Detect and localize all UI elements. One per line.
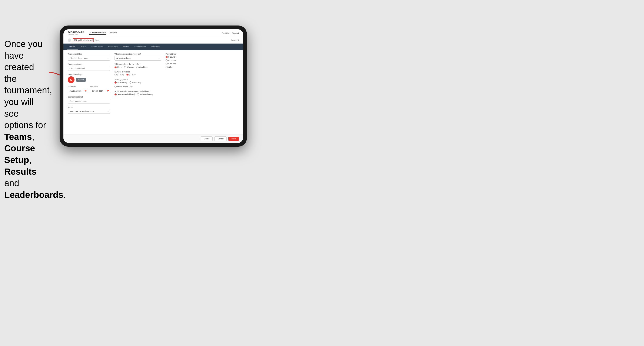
tab-results[interactable]: Results: [120, 44, 132, 50]
start-date-input[interactable]: [68, 89, 88, 93]
format-other-radio[interactable]: [166, 66, 168, 68]
start-date-wrap: [68, 89, 88, 93]
delete-button[interactable]: Delete: [201, 137, 212, 141]
scoring-radio-group: Stroke Play Match Play Medal Match Play: [114, 81, 161, 88]
individuals-only-radio[interactable]: [137, 93, 139, 95]
host-label: Tournament Host: [68, 53, 110, 55]
back-icon[interactable]: C: [68, 38, 71, 42]
division-select[interactable]: NCAA Division III: [114, 56, 161, 61]
gender-group: Which gender is the event for? Mens Wome…: [114, 63, 161, 68]
tab-tee-groups[interactable]: Tee Groups: [105, 44, 120, 50]
gender-womens-radio[interactable]: [124, 66, 126, 68]
tab-details[interactable]: Details: [67, 44, 78, 50]
format-other[interactable]: Other: [166, 66, 193, 68]
scoring-medal[interactable]: Medal Match Play: [114, 86, 132, 88]
tablet-frame: SCOREBOARD Powered by clippd TOURNAMENTS…: [60, 25, 247, 147]
teams-plus-radio[interactable]: [114, 93, 117, 95]
user-area: Test User | Sign out: [222, 32, 239, 34]
rounds-2[interactable]: 2: [120, 74, 124, 76]
format-5count4[interactable]: 5 count 4: [166, 56, 193, 58]
user-label[interactable]: Test User | Sign out: [222, 32, 239, 34]
scoring-stroke[interactable]: Stroke Play: [114, 81, 127, 84]
end-date-group: End date: [90, 86, 110, 93]
venue-select[interactable]: Peachtree GC - Atlanta - GA: [68, 109, 110, 114]
tab-printables[interactable]: Printables: [149, 44, 162, 50]
teams-plus-individuals[interactable]: Teams (+Individuals): [114, 93, 135, 95]
host-select[interactable]: Clippd College - Men: [68, 56, 110, 61]
gender-combined-label: Combined: [139, 66, 148, 68]
logo-letter: C: [70, 78, 72, 81]
format-6count5-radio[interactable]: [166, 63, 168, 65]
format-5count4-radio[interactable]: [166, 56, 168, 58]
end-date-label: End date: [90, 86, 110, 88]
format-5count4-label: 5 count 4: [168, 56, 176, 58]
gender-combined[interactable]: Combined: [136, 66, 148, 68]
rounds-1[interactable]: 1: [114, 74, 118, 76]
rounds-1-label: 1: [117, 74, 118, 76]
scoring-medal-label: Medal Match Play: [117, 86, 132, 88]
format-label: Format type: [166, 53, 193, 55]
format-6count4[interactable]: 6 count 4: [166, 59, 193, 61]
gender-mens-radio[interactable]: [114, 66, 117, 68]
name-label: Tournament name: [68, 63, 110, 65]
action-bar: Delete Cancel Save: [64, 135, 243, 143]
gender-womens-label: Womens: [127, 66, 134, 68]
rounds-label: Number of rounds: [114, 71, 161, 73]
gender-womens[interactable]: Womens: [124, 66, 134, 68]
main-content: Tournament Host Clippd College - Men Tou…: [64, 50, 243, 135]
division-label: Which division is the event for?: [114, 53, 161, 55]
main-nav: TOURNAMENTS TEAMS: [89, 31, 117, 35]
logo-upload-area: C Upload: [68, 76, 110, 83]
name-input[interactable]: [68, 66, 110, 71]
nav-teams[interactable]: TEAMS: [110, 31, 117, 35]
logo-label: Tournament logo: [68, 73, 110, 75]
save-button[interactable]: Save: [228, 137, 239, 141]
rounds-4[interactable]: 4: [132, 74, 136, 76]
scoring-medal-radio[interactable]: [114, 86, 117, 88]
scoring-stroke-label: Stroke Play: [117, 81, 127, 84]
rounds-3[interactable]: 3: [126, 74, 130, 76]
rounds-group: Number of rounds 1 2 3: [114, 71, 161, 76]
tab-course-setup[interactable]: Course Setup: [88, 44, 105, 50]
nav-tournaments[interactable]: TOURNAMENTS: [89, 31, 106, 35]
venue-label: Venue: [68, 106, 110, 108]
cancel-top-button[interactable]: Cancel X: [231, 39, 239, 41]
scoring-stroke-radio[interactable]: [114, 81, 117, 84]
scoring-match-radio[interactable]: [129, 81, 131, 84]
venue-group: Venue Peachtree GC - Atlanta - GA: [68, 106, 110, 114]
tournament-title: Clippd Invitational: [73, 38, 94, 42]
host-group: Tournament Host Clippd College - Men: [68, 53, 110, 61]
gender-label: Which gender is the event for?: [114, 63, 161, 65]
venue-select-wrap: Peachtree GC - Atlanta - GA: [68, 109, 110, 114]
gender-combined-radio[interactable]: [136, 66, 138, 68]
sponsor-input[interactable]: [68, 99, 110, 104]
tab-leaderboards[interactable]: Leaderboards: [132, 44, 149, 50]
instruction-text: Once you have created the tournament, yo…: [0, 34, 52, 205]
left-column: Tournament Host Clippd College - Men Tou…: [68, 53, 110, 132]
tab-teams[interactable]: Teams: [78, 44, 89, 50]
rounds-4-label: 4: [135, 74, 136, 76]
upload-button[interactable]: Upload: [76, 78, 86, 82]
format-6count5-label: 6 count 5: [168, 63, 176, 65]
individuals-only[interactable]: Individuals Only: [137, 93, 154, 95]
cancel-button[interactable]: Cancel: [214, 137, 227, 141]
start-date-group: Start date: [68, 86, 88, 93]
division-select-wrap: NCAA Division III: [114, 56, 161, 61]
rounds-4-radio[interactable]: [132, 74, 134, 76]
format-other-label: Other: [168, 66, 173, 68]
rounds-3-radio[interactable]: [126, 74, 128, 76]
individuals-only-label: Individuals Only: [140, 93, 154, 95]
name-group: Tournament name: [68, 63, 110, 71]
date-row: Start date End date: [68, 86, 110, 96]
teams-individuals-group: Is this event for Teams and/or Individua…: [114, 90, 161, 95]
teams-individuals-radio-group: Teams (+Individuals) Individuals Only: [114, 93, 161, 95]
gender-mens[interactable]: Mens: [114, 66, 122, 68]
start-date-label: Start date: [68, 86, 88, 88]
rounds-1-radio[interactable]: [114, 74, 117, 76]
scoring-match[interactable]: Match Play: [129, 81, 142, 84]
format-6count4-radio[interactable]: [166, 59, 168, 61]
format-radio-group: 5 count 4 6 count 4 6 count 5 Other: [166, 56, 193, 68]
rounds-2-radio[interactable]: [120, 74, 122, 76]
format-6count5[interactable]: 6 count 5: [166, 63, 193, 65]
end-date-input[interactable]: [90, 89, 110, 93]
